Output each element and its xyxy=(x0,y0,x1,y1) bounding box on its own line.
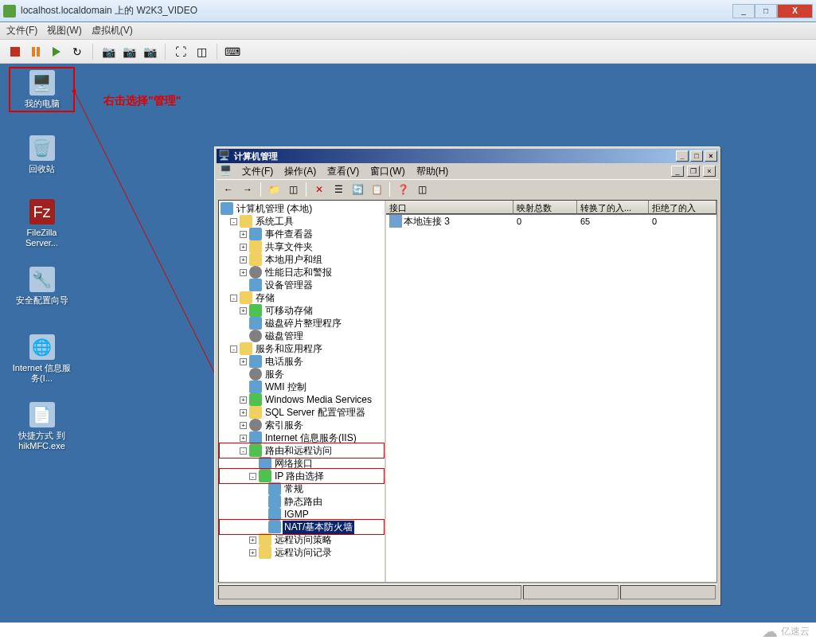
tree-rras[interactable]: -路由和远程访问 xyxy=(221,444,383,457)
tree-defrag[interactable]: 磁盘碎片整理程序 xyxy=(221,317,383,330)
expand-icon[interactable]: + xyxy=(240,435,247,442)
vmware-icon xyxy=(3,5,16,18)
expand-icon[interactable]: + xyxy=(249,537,256,544)
mmc-menu-help[interactable]: 帮助(H) xyxy=(412,163,454,180)
mmc-minimize-button[interactable]: _ xyxy=(676,150,689,162)
expand-icon[interactable]: + xyxy=(240,256,247,263)
collapse-icon[interactable]: - xyxy=(230,345,237,353)
menu-vm[interactable]: 虚拟机(V) xyxy=(92,24,133,37)
delete-button[interactable]: ✕ xyxy=(310,181,328,198)
tree-storage[interactable]: -存储 xyxy=(221,291,383,304)
collapse-icon[interactable]: - xyxy=(249,473,256,480)
desktop-icon-mycomputer[interactable]: 🖥️ 我的电脑 xyxy=(12,70,72,109)
refresh-button[interactable]: 🔄 xyxy=(349,181,366,198)
reset-button[interactable]: ↻ xyxy=(68,43,86,60)
col-mappings[interactable]: 映射总数 xyxy=(513,201,577,214)
expand-icon[interactable]: + xyxy=(240,422,247,429)
col-rejected[interactable]: 拒绝了的入 xyxy=(649,201,716,214)
desktop-icon-secwizard[interactable]: 🔧 安全配置向导 xyxy=(12,267,72,306)
menu-file[interactable]: 文件(F) xyxy=(6,24,37,37)
tree-removable[interactable]: +可移动存储 xyxy=(221,304,383,317)
revert-button[interactable]: 📷 xyxy=(120,43,138,60)
expand-icon[interactable]: + xyxy=(240,269,247,276)
maximize-button[interactable] xyxy=(755,4,777,18)
desktop-icon-filezilla[interactable]: Fz FileZilla Server... xyxy=(12,199,72,248)
forward-button[interactable]: → xyxy=(239,181,256,198)
up-button[interactable]: 📁 xyxy=(265,181,283,198)
tree-sqlserver[interactable]: +SQL Server 配置管理器 xyxy=(221,406,383,419)
tree-wms[interactable]: +Windows Media Services xyxy=(221,393,383,406)
export-button[interactable]: 📋 xyxy=(368,181,385,198)
fullscreen-button[interactable]: ⛶ xyxy=(172,43,189,60)
users-icon xyxy=(249,253,262,266)
tree-general[interactable]: 常规 xyxy=(221,482,383,495)
desktop-icon-iis[interactable]: 🌐 Internet 信息服务(I... xyxy=(12,334,72,384)
mmc-menu-view[interactable]: 查看(V) xyxy=(322,163,364,180)
tree-rapolicies[interactable]: +远程访问策略 xyxy=(221,533,383,546)
unity-button[interactable]: ◫ xyxy=(193,43,210,60)
suspend-button[interactable] xyxy=(27,43,45,60)
mmc-child-restore[interactable]: ❐ xyxy=(687,166,700,177)
expand-icon[interactable]: + xyxy=(240,231,247,238)
tree-devmgr[interactable]: 设备管理器 xyxy=(221,279,383,291)
mmc-maximize-button[interactable]: □ xyxy=(690,150,703,162)
expand-icon[interactable]: + xyxy=(240,358,247,365)
minimize-button[interactable] xyxy=(732,4,755,18)
expand-icon[interactable]: + xyxy=(240,307,247,314)
mmc-child-close[interactable]: × xyxy=(703,166,716,177)
tree-igmp[interactable]: IGMP xyxy=(221,508,383,521)
poweroff-button[interactable] xyxy=(6,43,24,60)
tree-systools[interactable]: -系统工具 xyxy=(221,215,383,228)
tree-ralog[interactable]: +远程访问记录 xyxy=(221,546,383,559)
cad-button[interactable]: ⌨ xyxy=(224,43,241,60)
tree-root[interactable]: 计算机管理 (本地) xyxy=(221,202,383,215)
properties-button[interactable]: ☰ xyxy=(330,181,347,198)
col-inbound[interactable]: 转换了的入... xyxy=(577,201,649,214)
tree-wmi[interactable]: WMI 控制 xyxy=(221,381,383,393)
desktop[interactable]: 🖥️ 我的电脑 🗑️ 回收站 Fz FileZilla Server... 🔧 … xyxy=(0,64,816,623)
snapshot-manager-button[interactable]: 📷 xyxy=(141,43,158,60)
tree-sharedfolders[interactable]: +共享文件夹 xyxy=(221,240,383,253)
tree-diskmgmt[interactable]: 磁盘管理 xyxy=(221,330,383,342)
tree-nat[interactable]: NAT/基本防火墙 xyxy=(221,521,383,533)
collapse-icon[interactable]: - xyxy=(230,295,237,302)
tree-eventviewer[interactable]: +事件查看器 xyxy=(221,228,383,240)
collapse-icon[interactable]: - xyxy=(240,447,247,455)
expand-icon[interactable]: + xyxy=(240,409,247,416)
tree-localusers[interactable]: +本地用户和组 xyxy=(221,253,383,266)
help-button[interactable]: ❓ xyxy=(394,181,412,198)
tree-iprouting[interactable]: -IP 路由选择 xyxy=(221,470,383,482)
tree-perflogs[interactable]: +性能日志和警报 xyxy=(221,266,383,279)
tree-iis[interactable]: +Internet 信息服务(IIS) xyxy=(221,431,383,444)
tree-indexing[interactable]: +索引服务 xyxy=(221,419,383,431)
close-button[interactable] xyxy=(777,4,813,18)
expand-icon[interactable]: + xyxy=(249,549,256,556)
tree-services[interactable]: -服务和应用程序 xyxy=(221,342,383,355)
list-row[interactable]: 本地连接 3 0 65 0 xyxy=(386,215,716,228)
desktop-icon-shortcut[interactable]: 📄 快捷方式 到 hikMFC.exe xyxy=(12,402,72,451)
tree-panel[interactable]: 计算机管理 (本地) -系统工具 +事件查看器 +共享文件夹 +本地用户和组 +… xyxy=(219,201,386,582)
show-hide-button[interactable]: ◫ xyxy=(284,181,302,198)
list-panel[interactable]: 接口 映射总数 转换了的入... 拒绝了的入 本地连接 3 0 65 0 xyxy=(386,201,716,582)
menu-view[interactable]: 视图(W) xyxy=(47,24,81,37)
back-button[interactable]: ← xyxy=(220,181,237,198)
tree-static[interactable]: 静态路由 xyxy=(221,495,383,508)
col-interface[interactable]: 接口 xyxy=(386,201,513,214)
mmc-child-min[interactable]: _ xyxy=(671,166,684,177)
tree-telephony[interactable]: +电话服务 xyxy=(221,355,383,368)
tree-netif[interactable]: 网络接口 xyxy=(221,457,383,470)
expand-icon[interactable]: + xyxy=(240,396,247,404)
mmc-menu-action[interactable]: 操作(A) xyxy=(279,163,321,180)
mmc-menu-file[interactable]: 文件(F) xyxy=(237,163,278,180)
collapse-icon[interactable]: - xyxy=(230,218,237,225)
desktop-icon-recycle[interactable]: 🗑️ 回收站 xyxy=(12,135,72,174)
mmc-menu-window[interactable]: 窗口(W) xyxy=(365,163,409,180)
mmc-titlebar[interactable]: 🖥️ 计算机管理 _ □ × xyxy=(217,149,719,163)
snapshot-button[interactable]: 📷 xyxy=(100,43,117,60)
mmc-close-button[interactable]: × xyxy=(705,150,717,162)
expand-icon[interactable]: + xyxy=(240,244,247,251)
poweron-button[interactable] xyxy=(48,43,65,60)
tree-svcs[interactable]: 服务 xyxy=(221,368,383,381)
extra-button[interactable]: ◫ xyxy=(413,181,431,198)
mmc-window: 🖥️ 计算机管理 _ □ × 🖥️ 文件(F) 操作(A) 查看(V) 窗口(W… xyxy=(215,147,720,605)
